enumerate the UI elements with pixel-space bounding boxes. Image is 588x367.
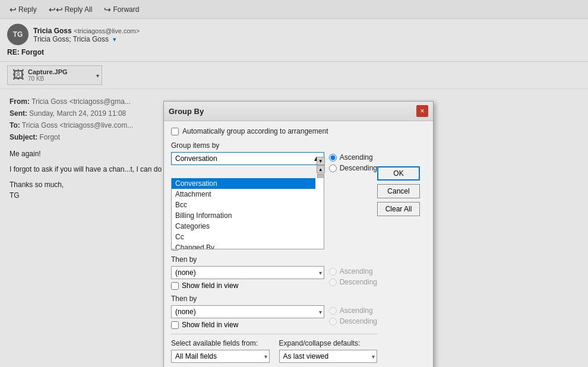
expand-label: Expand/collapse defaults:	[279, 339, 378, 347]
expand-wrapper[interactable]: As last viewed ▾	[279, 350, 378, 363]
dropdown-item-conversation[interactable]: Conversation	[172, 178, 315, 189]
dropdown-item-billing[interactable]: Billing Information	[172, 210, 315, 221]
select-fields-label: Select available fields from:	[171, 339, 270, 347]
show-field-label-3: Show field in view	[182, 321, 238, 329]
then-by-descending-row-1: Descending	[329, 278, 377, 286]
show-field-row-2: Show field in view	[171, 281, 324, 290]
group-by-left: Conversation ▲ Conversation Attachment B…	[171, 152, 324, 251]
then-by-section-2: Then by (none) ▾ Show field in	[171, 295, 377, 329]
then-by-row-1: (none) ▾ Show field in view	[171, 266, 377, 290]
cancel-button[interactable]: Cancel	[377, 184, 420, 198]
then-by-dropdown-1[interactable]: (none) ▾	[171, 266, 324, 279]
dropdown-item-changedby[interactable]: Changed By	[172, 242, 315, 249]
descending-radio[interactable]	[329, 164, 337, 172]
then-by-label-1: Then by	[171, 255, 377, 264]
ascending-radio-row: Ascending	[329, 153, 377, 162]
dialog-close-button[interactable]: ×	[416, 105, 428, 117]
expand-field: Expand/collapse defaults: As last viewed…	[279, 339, 378, 363]
descending-label: Descending	[340, 164, 377, 172]
auto-group-checkbox[interactable]	[171, 128, 179, 135]
dropdown-item-bcc[interactable]: Bcc	[172, 200, 315, 210]
then-by-descending-row-2: Descending	[329, 317, 377, 325]
dropdown-item-attachment[interactable]: Attachment	[172, 189, 315, 200]
group-by-dialog: Group By × Automatically group according…	[163, 101, 434, 367]
group-by-radios: Ascending Descending	[329, 152, 377, 172]
then-by-select-2[interactable]: (none)	[171, 305, 324, 318]
then-by-ascending-radio-1[interactable]	[329, 268, 337, 276]
then-by-descending-label-2: Descending	[340, 317, 377, 325]
then-by-select-1[interactable]: (none)	[171, 266, 324, 279]
dialog-body: Automatically group according to arrange…	[164, 121, 433, 367]
then-by-radios-2: Ascending Descending	[329, 305, 377, 325]
then-by-ascending-radio-2[interactable]	[329, 307, 337, 315]
show-field-row-3: Show field in view	[171, 321, 324, 329]
show-field-label-2: Show field in view	[182, 281, 238, 290]
then-by-left-2: (none) ▾ Show field in view	[171, 305, 324, 329]
ascending-radio[interactable]	[329, 154, 337, 162]
then-by-section-1: Then by (none) ▾ Show field in	[171, 255, 377, 290]
then-by-ascending-label-1: Ascending	[340, 267, 373, 276]
dropdown-selected-value: Conversation	[175, 154, 217, 163]
dialog-titlebar: Group By ×	[164, 102, 433, 121]
then-by-dropdown-2[interactable]: (none) ▾	[171, 305, 324, 318]
descending-radio-row: Descending	[329, 164, 377, 172]
dropdown-item-categories[interactable]: Categories	[172, 221, 315, 232]
scroll-arrow-down[interactable]: ▼	[317, 157, 325, 165]
select-fields-wrapper[interactable]: All Mail fields ▾	[171, 350, 270, 363]
dialog-side-buttons: OK Cancel Clear All	[377, 166, 420, 216]
auto-group-label: Automatically group according to arrange…	[182, 127, 328, 135]
show-field-checkbox-3[interactable]	[171, 321, 179, 329]
dialog-title: Group By	[169, 107, 204, 116]
then-by-label-2: Then by	[171, 295, 377, 303]
then-by-radios-1: Ascending Descending	[329, 266, 377, 286]
then-by-ascending-row-2: Ascending	[329, 306, 377, 315]
then-by-descending-label-1: Descending	[340, 278, 377, 286]
then-by-descending-radio-1[interactable]	[329, 279, 337, 286]
then-by-descending-radio-2[interactable]	[329, 318, 337, 325]
group-by-dropdown[interactable]: Conversation ▲ Conversation Attachment B…	[171, 152, 324, 165]
then-by-row-2: (none) ▾ Show field in view	[171, 305, 377, 329]
show-field-checkbox-2[interactable]	[171, 282, 179, 290]
clear-all-button[interactable]: Clear All	[377, 202, 420, 216]
then-by-left-1: (none) ▾ Show field in view	[171, 266, 324, 290]
dropdown-list: Conversation Attachment Bcc Billing Info…	[171, 178, 324, 249]
expand-select[interactable]: As last viewed	[279, 350, 378, 363]
then-by-ascending-row-1: Ascending	[329, 267, 377, 276]
scroll-arrow-up[interactable]: ▲	[317, 165, 325, 173]
dialog-main-area: Group items by Conversation ▲	[171, 141, 426, 363]
dropdown-input-display[interactable]: Conversation ▲	[171, 152, 324, 165]
select-fields-select[interactable]: All Mail fields	[171, 350, 270, 363]
ascending-label: Ascending	[340, 153, 373, 162]
dropdown-item-cc[interactable]: Cc	[172, 232, 315, 242]
group-items-by-label: Group items by	[171, 141, 377, 150]
bottom-section: Select available fields from: All Mail f…	[171, 334, 377, 363]
auto-group-row: Automatically group according to arrange…	[171, 127, 426, 135]
ok-button[interactable]: OK	[377, 166, 420, 181]
select-fields-field: Select available fields from: All Mail f…	[171, 339, 270, 363]
group-by-row: Conversation ▲ Conversation Attachment B…	[171, 152, 377, 251]
then-by-ascending-label-2: Ascending	[340, 306, 373, 315]
